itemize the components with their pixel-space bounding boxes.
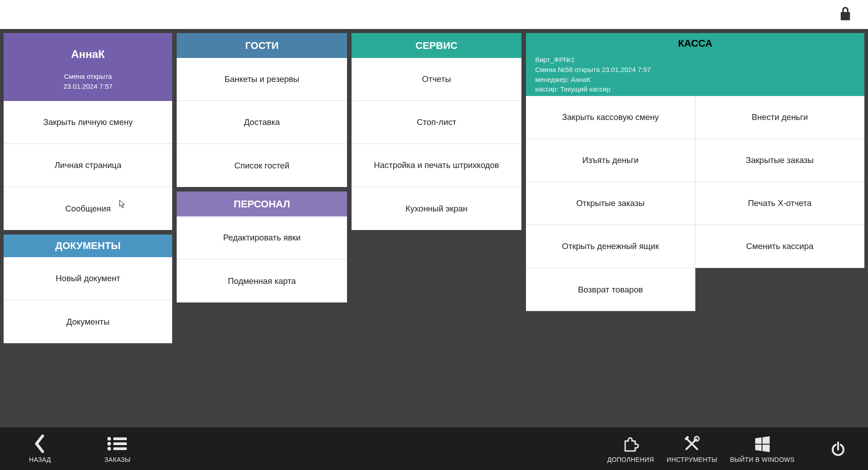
chevron-left-icon bbox=[33, 434, 47, 453]
stop-list-button[interactable]: Стоп-лист bbox=[352, 101, 521, 144]
tools-button[interactable]: ИНСТРУМЕНТЫ bbox=[661, 434, 724, 463]
user-panel-header: АннаК Смена открыта 23.01.2024 7:57 bbox=[4, 33, 172, 101]
kassa-shift: Смена №58 открыта 23.01.2024 7:57 bbox=[535, 65, 855, 75]
reports-button[interactable]: Отчеты bbox=[352, 58, 521, 101]
exit-windows-button[interactable]: ВЫЙТИ В WINDOWS bbox=[723, 434, 801, 463]
svg-rect-5 bbox=[113, 447, 127, 450]
top-bar bbox=[0, 0, 868, 29]
svg-rect-3 bbox=[113, 442, 127, 445]
change-cashier-button[interactable]: Сменить кассира bbox=[695, 225, 864, 268]
substitute-card-button[interactable]: Подменная карта bbox=[177, 259, 347, 302]
guests-panel-header: ГОСТИ bbox=[177, 33, 347, 58]
print-x-report-button[interactable]: Печать X-отчета bbox=[695, 182, 864, 225]
personal-page-button[interactable]: Личная страница bbox=[4, 144, 172, 187]
user-shift-time: 23.01.2024 7:57 bbox=[63, 82, 112, 91]
orders-button[interactable]: ЗАКАЗЫ bbox=[98, 434, 137, 463]
documents-button[interactable]: Документы bbox=[4, 300, 172, 343]
delivery-button[interactable]: Доставка bbox=[177, 101, 347, 144]
back-label: НАЗАД bbox=[29, 456, 51, 463]
messages-button[interactable]: Сообщения bbox=[4, 187, 172, 230]
barcode-setup-button[interactable]: Настройка и печать штрихкодов bbox=[352, 144, 521, 187]
open-cash-drawer-button[interactable]: Открыть денежный ящик bbox=[526, 225, 695, 268]
kassa-title: КАССА bbox=[535, 38, 855, 49]
kassa-cashier: кассир: Текущий кассир bbox=[535, 84, 855, 94]
tools-label: ИНСТРУМЕНТЫ bbox=[667, 456, 718, 463]
work-area: АннаК Смена открыта 23.01.2024 7:57 Закр… bbox=[0, 29, 868, 427]
open-orders-button[interactable]: Открытые заказы bbox=[526, 182, 695, 225]
user-name: АннаК bbox=[71, 48, 105, 61]
kassa-manager: менеджер: АннаК bbox=[535, 75, 855, 85]
svg-rect-1 bbox=[113, 437, 127, 440]
staff-panel-header: ПЕРСОНАЛ bbox=[177, 192, 347, 216]
close-personal-shift-button[interactable]: Закрыть личную смену bbox=[4, 101, 172, 144]
deposit-cash-button[interactable]: Внести деньги bbox=[695, 96, 864, 139]
new-document-button[interactable]: Новый документ bbox=[4, 257, 172, 300]
list-icon bbox=[106, 434, 128, 453]
user-shift-status: Смена открыта bbox=[64, 72, 112, 82]
addons-button[interactable]: ДОПОЛНЕНИЯ bbox=[601, 434, 660, 463]
back-button[interactable]: НАЗАД bbox=[23, 434, 58, 463]
lock-icon[interactable] bbox=[839, 6, 852, 23]
power-button[interactable] bbox=[824, 439, 853, 458]
windows-icon bbox=[753, 434, 772, 453]
power-icon bbox=[830, 439, 846, 458]
kitchen-screen-button[interactable]: Кухонный экран bbox=[352, 187, 521, 230]
guest-list-button[interactable]: Список гостей bbox=[177, 144, 347, 187]
footer: НАЗАД ЗАКАЗЫ ДОПОЛНЕНИЯ bbox=[0, 427, 868, 470]
documents-panel-header: ДОКУМЕНТЫ bbox=[4, 235, 172, 257]
svg-point-0 bbox=[107, 437, 111, 441]
svg-point-2 bbox=[107, 442, 111, 446]
kassa-panel-header: КАССА Вирт_ФР№1 Смена №58 открыта 23.01.… bbox=[526, 33, 864, 96]
tools-icon bbox=[683, 434, 701, 453]
orders-label: ЗАКАЗЫ bbox=[105, 456, 131, 463]
withdraw-cash-button[interactable]: Изъять деньги bbox=[526, 139, 695, 182]
close-cash-shift-button[interactable]: Закрыть кассовую смену bbox=[526, 96, 695, 139]
kassa-fr: Вирт_ФР№1 bbox=[535, 55, 855, 65]
addons-label: ДОПОЛНЕНИЯ bbox=[607, 456, 654, 463]
banquets-button[interactable]: Банкеты и резервы bbox=[177, 58, 347, 101]
closed-orders-button[interactable]: Закрытые заказы bbox=[695, 139, 864, 182]
return-goods-button[interactable]: Возврат товаров bbox=[526, 268, 695, 311]
service-panel-header: СЕРВИС bbox=[352, 33, 521, 58]
edit-attendance-button[interactable]: Редактировать явки bbox=[177, 216, 347, 259]
puzzle-icon bbox=[622, 434, 640, 453]
exit-label: ВЫЙТИ В WINDOWS bbox=[730, 456, 795, 463]
svg-point-4 bbox=[107, 447, 111, 451]
